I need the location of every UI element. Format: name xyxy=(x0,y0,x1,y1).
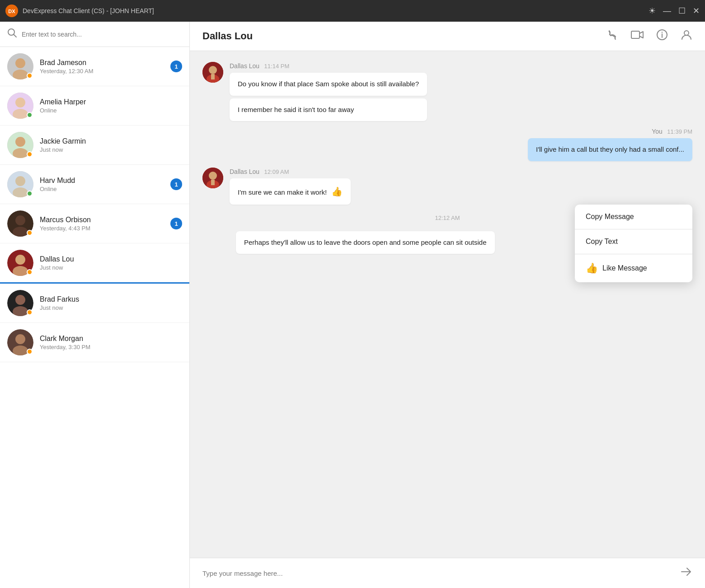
message-content-dallas3: Perhaps they'll allow us to leave the do… xyxy=(236,231,495,254)
svg-point-33 xyxy=(684,31,689,35)
contact-item-brad-farkus[interactable]: Brad Farkus Just now xyxy=(0,284,189,323)
message-content-dallas2: Dallas Lou 12:09 AM I'm sure we can make… xyxy=(230,168,351,205)
app-body: Brad Jameson Yesterday, 12:30 AM 1 Ameli… xyxy=(0,22,705,588)
svg-point-5 xyxy=(15,58,25,68)
contact-info: Amelia Harper Online xyxy=(40,98,182,114)
status-dot xyxy=(27,269,33,275)
contact-name: Marcus Orbison xyxy=(40,216,170,224)
contact-item-amelia-harper[interactable]: Amelia Harper Online xyxy=(0,86,189,126)
avatar-wrap xyxy=(7,290,33,316)
contact-status: Yesterday, 3:30 PM xyxy=(40,344,182,350)
contact-name: Brad Farkus xyxy=(40,295,182,303)
avatar-wrap xyxy=(7,53,33,79)
contact-item-dallas-lou[interactable]: Dallas Lou Just now xyxy=(0,243,189,284)
contact-info: Jackie Garmin Just now xyxy=(40,137,182,153)
svg-point-35 xyxy=(209,66,217,74)
contact-status: Yesterday, 4:43 PM xyxy=(40,225,170,232)
svg-point-20 xyxy=(15,255,25,265)
like-message-item[interactable]: 👍 Like Message xyxy=(575,254,692,282)
svg-point-17 xyxy=(15,215,25,225)
status-dot xyxy=(27,191,33,196)
phone-icon[interactable] xyxy=(606,29,618,43)
chat-panel: Dallas Lou xyxy=(190,22,705,588)
unread-badge: 1 xyxy=(170,61,182,72)
message-row: Dallas Lou 11:14 PM Do you know if that … xyxy=(202,62,692,121)
contact-info: Harv Mudd Online xyxy=(40,177,170,192)
contact-status: Online xyxy=(40,186,170,192)
copy-message-label: Copy Message xyxy=(586,213,634,221)
app-logo: DX xyxy=(5,5,18,17)
video-icon[interactable] xyxy=(631,30,644,42)
send-button[interactable] xyxy=(680,566,692,580)
contact-info: Dallas Lou Just now xyxy=(40,255,182,271)
status-dot xyxy=(27,112,33,118)
chat-contact-name: Dallas Lou xyxy=(202,30,606,42)
contact-item-harv-mudd[interactable]: Harv Mudd Online 1 xyxy=(0,165,189,204)
window-controls: ☀ — ☐ ✕ xyxy=(649,7,700,15)
info-icon[interactable] xyxy=(656,29,668,43)
svg-point-26 xyxy=(15,334,25,344)
like-message-label: Like Message xyxy=(602,264,647,272)
chat-header: Dallas Lou xyxy=(190,22,705,51)
person-icon[interactable] xyxy=(681,29,692,43)
contact-item-marcus-orbison[interactable]: Marcus Orbison Yesterday, 4:43 PM 1 xyxy=(0,204,189,243)
message-bubble: I remember he said it isn't too far away xyxy=(230,98,427,121)
avatar xyxy=(202,168,223,188)
status-dot xyxy=(27,349,33,355)
copy-message-item[interactable]: Copy Message xyxy=(575,205,692,229)
contact-info: Brad Jameson Yesterday, 12:30 AM xyxy=(40,59,170,75)
avatar-wrap xyxy=(7,250,33,276)
avatar xyxy=(202,62,223,83)
avatar-wrap xyxy=(7,93,33,119)
minimize-btn[interactable]: — xyxy=(663,7,671,15)
contact-status: Just now xyxy=(40,264,182,271)
message-bubble-dallas3: Perhaps they'll allow us to leave the do… xyxy=(236,231,495,254)
svg-point-39 xyxy=(209,172,217,180)
theme-toggle-btn[interactable]: ☀ xyxy=(649,7,656,15)
contact-item-clark-morgan[interactable]: Clark Morgan Yesterday, 3:30 PM xyxy=(0,323,189,362)
avatar-wrap xyxy=(7,329,33,355)
contact-list: Brad Jameson Yesterday, 12:30 AM 1 Ameli… xyxy=(0,47,189,588)
contact-status: Online xyxy=(40,107,182,114)
svg-point-8 xyxy=(15,98,25,107)
svg-text:DX: DX xyxy=(8,9,15,14)
title-bar: DX DevExpress Chat Client (CS) - [JOHN H… xyxy=(0,0,705,22)
contact-item-jackie-garmin[interactable]: Jackie Garmin Just now xyxy=(0,126,189,165)
svg-line-3 xyxy=(14,35,17,37)
message-input[interactable] xyxy=(202,569,674,577)
contact-info: Marcus Orbison Yesterday, 4:43 PM xyxy=(40,216,170,232)
message-content-me: You 11:39 PM I'll give him a call but th… xyxy=(528,127,692,161)
window-title: DevExpress Chat Client (CS) - [JOHN HEAR… xyxy=(23,7,649,14)
message-bubble-me: I'll give him a call but they only had a… xyxy=(528,138,692,161)
svg-point-32 xyxy=(662,32,663,33)
avatar-wrap xyxy=(7,132,33,158)
message-bubble-dallas2: I'm sure we can make it work! 👍 xyxy=(230,178,351,205)
status-dot xyxy=(27,230,33,236)
like-reaction-icon: 👍 xyxy=(331,187,343,196)
message-sender-dallas2: Dallas Lou 12:09 AM xyxy=(230,168,351,176)
copy-text-label: Copy Text xyxy=(586,238,618,246)
contact-status: Just now xyxy=(40,146,182,153)
svg-point-23 xyxy=(15,295,25,305)
contact-name: Brad Jameson xyxy=(40,59,170,67)
close-btn[interactable]: ✕ xyxy=(693,7,700,15)
search-icon xyxy=(7,28,17,40)
contact-info: Brad Farkus Just now xyxy=(40,295,182,311)
search-input[interactable] xyxy=(22,31,182,38)
svg-rect-37 xyxy=(211,74,215,79)
status-dot xyxy=(27,309,33,315)
contact-status: Yesterday, 12:30 AM xyxy=(40,68,170,75)
svg-rect-41 xyxy=(211,180,215,185)
contact-name: Harv Mudd xyxy=(40,177,170,185)
context-menu: Copy Message Copy Text 👍 Like Message xyxy=(575,205,692,282)
message-sender-me: You 11:39 PM xyxy=(652,127,692,135)
message-content: Dallas Lou 11:14 PM Do you know if that … xyxy=(230,62,427,121)
svg-point-14 xyxy=(15,176,25,186)
svg-point-11 xyxy=(15,137,25,147)
copy-text-item[interactable]: Copy Text xyxy=(575,229,692,254)
contact-name: Jackie Garmin xyxy=(40,137,182,145)
maximize-btn[interactable]: ☐ xyxy=(678,7,686,15)
contact-status: Just now xyxy=(40,304,182,311)
contact-item-brad-jameson[interactable]: Brad Jameson Yesterday, 12:30 AM 1 xyxy=(0,47,189,86)
message-row-me: You 11:39 PM I'll give him a call but th… xyxy=(202,127,692,161)
